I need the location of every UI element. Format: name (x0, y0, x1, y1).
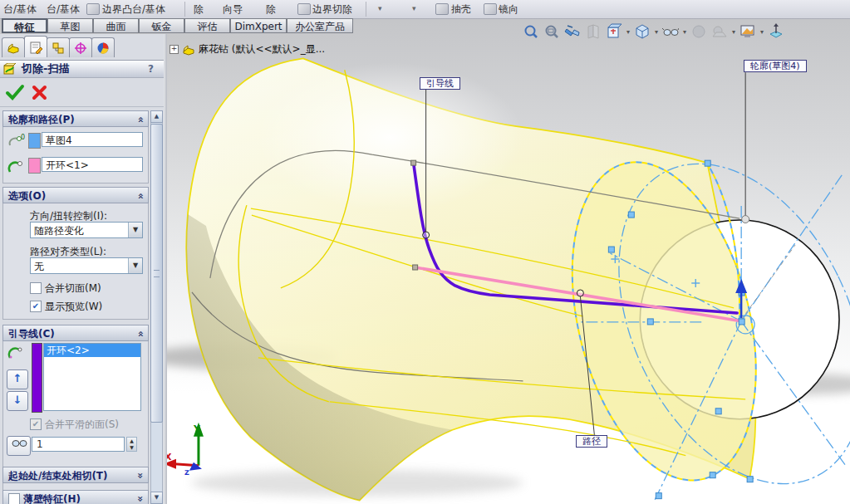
callout-path[interactable]: 路径 (576, 435, 607, 448)
section-view-icon[interactable] (584, 22, 602, 41)
apply-scene-icon[interactable] (710, 22, 729, 41)
profile-attach-point (742, 216, 749, 223)
path-attach-point (577, 290, 583, 296)
dropdown-caret-icon[interactable]: ▾ (412, 4, 416, 12)
section-header-options[interactable]: 选项(O)» (2, 187, 149, 203)
guide-curves-listbox[interactable]: 开环<2> (43, 343, 141, 411)
move-down-button[interactable]: ↓ (7, 391, 28, 411)
pm-scrollbar-thumb[interactable] (150, 124, 163, 423)
heads-up-view-toolbar: ▾ ▾ ▾ ▾ ▾ (522, 22, 785, 42)
tree-expand-icon[interactable]: + (170, 45, 179, 54)
dropdown-caret-icon[interactable]: ▾ (655, 28, 658, 36)
zoom-to-fit-icon[interactable] (522, 22, 540, 41)
panel-splitter[interactable] (164, 34, 167, 504)
propertymanager-tab[interactable] (24, 36, 47, 57)
dropdown-caret-icon[interactable]: ▾ (683, 28, 686, 36)
merge-tangent-label: 合并切面(M) (45, 281, 101, 296)
zoom-to-area-icon[interactable] (543, 22, 561, 41)
dropdown-caret-icon[interactable]: ▾ (626, 28, 630, 36)
toolbar-item-cut-1[interactable]: 除 (194, 2, 204, 17)
profile-color-swatch (28, 133, 41, 149)
displaymanager-tab[interactable] (91, 37, 115, 57)
section-number-spinner[interactable]: ▲▼ (126, 437, 137, 452)
reference-triad-icon[interactable] (767, 22, 785, 41)
toolbar-item-boss-base-2[interactable]: 台/基体 (47, 2, 80, 17)
part-icon (182, 44, 195, 56)
alignment-select[interactable]: 无▼ (30, 257, 143, 274)
featuremanager-tab[interactable] (2, 37, 25, 57)
configurationmanager-tab[interactable] (47, 37, 70, 57)
hide-show-items-icon[interactable] (661, 22, 680, 41)
view-orientation-icon[interactable] (605, 22, 623, 41)
section-header-start-end-tangency[interactable]: 起始处/结束处相切(T)» (2, 467, 149, 483)
graphics-viewport[interactable]: Y X Z + 麻花钻 (默认<<默认>_显... 引导线 轮廓(草图4) 路径 (167, 34, 850, 504)
expand-chevron-icon[interactable]: » (132, 496, 149, 502)
help-button[interactable]: ? (148, 63, 154, 75)
toolbar-item-mirror[interactable]: 镜向 (499, 2, 518, 17)
ok-button[interactable] (5, 83, 25, 101)
section-header-guide-curves[interactable]: 引导线(C)» (2, 325, 149, 341)
toolbar-item-shell[interactable]: 抽壳 (451, 2, 471, 17)
merge-tangent-checkbox[interactable] (30, 282, 42, 294)
toolbar-item-boundary-cut[interactable]: 边界切除 (312, 2, 352, 17)
select-caret-icon[interactable]: ▼ (128, 223, 142, 237)
tab-sheetmetal[interactable]: 钣金 (139, 18, 184, 33)
collapse-chevron-icon[interactable]: » (132, 116, 149, 123)
mirror-icon (484, 3, 497, 15)
cancel-button[interactable] (32, 85, 48, 101)
profile-field[interactable]: 草图4 (42, 132, 143, 147)
toolbar-item-wizard[interactable]: 向导 (223, 2, 243, 17)
show-sections-button[interactable] (7, 436, 31, 456)
feature-tree-flyout[interactable]: + 麻花钻 (默认<<默认>_显... (170, 42, 325, 56)
previous-view-icon[interactable] (563, 22, 582, 41)
show-preview-checkbox[interactable]: ✔ (30, 301, 42, 312)
section-header-profile-path[interactable]: 轮廓和路径(P)» (2, 110, 149, 127)
path-field[interactable]: 开环<1> (42, 157, 143, 172)
select-caret-icon[interactable]: ▼ (128, 258, 142, 273)
section-header-thin-feature[interactable]: 薄壁特征(H) » (2, 490, 149, 504)
scroll-down-button[interactable]: ▼ (150, 492, 163, 504)
merge-smooth-label: 合并平滑的面(S) (45, 418, 119, 432)
view-settings-icon[interactable] (739, 22, 757, 41)
orientation-select[interactable]: 随路径变化▼ (30, 222, 143, 238)
collapse-chevron-icon[interactable]: » (132, 193, 149, 199)
toolbar-item-cut-2[interactable]: 除 (266, 2, 276, 17)
scrollbar-grip (154, 270, 160, 277)
merge-smooth-checkbox[interactable]: ✔ (30, 418, 42, 430)
reference-triad: Y X Z (167, 423, 204, 477)
boundary-boss-icon (86, 3, 100, 15)
expand-chevron-icon[interactable]: » (132, 472, 149, 479)
triad-y-label: Y (193, 423, 201, 434)
dimxpertmanager-tab[interactable] (69, 37, 92, 57)
toolbar-item-boundary-boss[interactable]: 边界凸台/基体 (102, 2, 165, 17)
guide-curve-list-item[interactable]: 开环<2> (44, 344, 140, 357)
tree-item-label[interactable]: 麻花钻 (默认<<默认>_显... (199, 42, 325, 56)
dropdown-caret-icon[interactable]: ▾ (378, 4, 382, 12)
dropdown-caret-icon[interactable]: ▾ (732, 28, 735, 36)
tab-office[interactable]: 办公室产品 (287, 18, 353, 33)
thin-feature-checkbox[interactable] (8, 493, 20, 504)
svg-text:0: 0 (21, 134, 25, 141)
callout-guide-curve[interactable]: 引导线 (420, 77, 460, 90)
tab-features[interactable]: 特征 (2, 18, 47, 33)
toolbar-item-boss-base-1[interactable]: 台/基体 (3, 2, 37, 17)
tab-surfaces[interactable]: 曲面 (93, 18, 139, 33)
section-number-field[interactable]: 1 (32, 437, 125, 452)
triad-z-label: Z (184, 469, 189, 477)
move-up-button[interactable]: ↑ (7, 369, 28, 389)
toolbar-separator (366, 2, 366, 17)
display-style-icon[interactable] (633, 22, 651, 41)
tab-sketch[interactable]: 草图 (47, 18, 93, 33)
path-color-swatch (28, 158, 41, 174)
scroll-up-button[interactable]: ▲ (150, 110, 163, 123)
tab-dimxpert[interactable]: DimXpert (230, 18, 287, 33)
path-icon (7, 159, 27, 175)
collapse-chevron-icon[interactable]: » (132, 330, 149, 337)
boundary-cut-icon (297, 3, 311, 15)
tab-evaluate[interactable]: 评估 (184, 18, 230, 33)
pm-confirm-row (0, 80, 164, 107)
edit-appearance-icon[interactable] (690, 22, 708, 41)
dropdown-caret-icon[interactable]: ▾ (760, 28, 764, 36)
callout-profile[interactable]: 轮廓(草图4) (744, 60, 807, 72)
part-highlight (258, 62, 523, 212)
